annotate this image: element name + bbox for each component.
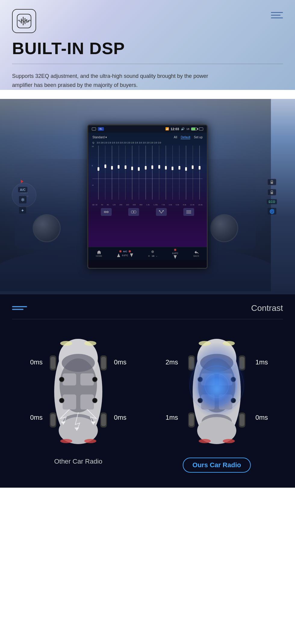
contrast-line-1 xyxy=(12,306,27,307)
our-car-item: 2ms 1ms 1ms 0ms xyxy=(151,331,283,473)
eq-option-default[interactable]: Default xyxy=(181,136,190,139)
hamburger-line-2 xyxy=(271,15,281,16)
our-car-svg xyxy=(175,331,259,452)
eq-mode-btn-4[interactable] xyxy=(183,208,194,216)
eq-thumb-11[interactable] xyxy=(165,166,167,170)
nav-back-label: BACK xyxy=(194,255,199,257)
eq-thumb-16[interactable] xyxy=(199,166,200,170)
eq-standard-label[interactable]: Standard ▾ xyxy=(92,136,107,139)
svg-point-21 xyxy=(133,211,134,213)
eq-q-row: Q: 2.02.6 2.02.0 2.02.0 2.02.0 2.02.0 2.… xyxy=(92,142,203,144)
eq-y-label-top: 10 xyxy=(92,146,95,147)
eq-thumb-5[interactable] xyxy=(125,165,126,169)
screen-battery-level: 18 xyxy=(186,127,189,130)
svg-rect-47 xyxy=(101,414,106,426)
screen-icon-bt: BL xyxy=(98,127,104,131)
eq-q-label: Q: xyxy=(92,142,95,144)
eq-mode-btn-2[interactable] xyxy=(128,208,139,216)
svg-point-14 xyxy=(211,215,238,242)
svg-rect-43 xyxy=(101,357,106,369)
svg-rect-36 xyxy=(63,394,76,409)
svg-point-53 xyxy=(92,377,97,382)
our-car-timing-bottom-right: 0ms xyxy=(255,414,268,422)
contrast-line-2 xyxy=(12,309,23,310)
dashboard-bg: START ENGINE A/C ❄ ✦ xyxy=(0,99,295,294)
nav-fan-section: ⊕ + 18 - xyxy=(148,250,157,258)
app-logo xyxy=(12,9,36,33)
cars-comparison: 0ms 0ms 0ms 0ms xyxy=(12,331,283,473)
svg-point-55 xyxy=(92,398,97,403)
eq-mode-btn-3[interactable] xyxy=(156,208,167,216)
contrast-title: Contrast xyxy=(251,303,283,313)
eq-option-setup[interactable]: Set up xyxy=(194,136,203,139)
svg-point-48 xyxy=(60,341,72,346)
snowflake-button[interactable]: ❄ xyxy=(19,196,26,203)
our-car-label: Ours Car Radio xyxy=(183,458,250,473)
spray-button[interactable]: 🌀 xyxy=(268,208,276,214)
nav-back[interactable]: BACK xyxy=(194,250,199,257)
eq-thumb-6[interactable] xyxy=(131,167,133,170)
screen-time: 12:03 xyxy=(171,127,179,131)
eq-thumb-10[interactable] xyxy=(158,165,160,169)
nav-ac-section: A/C 0.0°C xyxy=(117,250,133,257)
hamburger-line-3 xyxy=(271,17,283,18)
svg-rect-16 xyxy=(271,192,273,194)
our-car-view: 2ms 1ms 1ms 0ms xyxy=(175,331,259,452)
svg-marker-29 xyxy=(174,255,177,259)
fan-button[interactable]: ✦ xyxy=(19,207,26,213)
svg-point-51 xyxy=(84,439,96,443)
eq-option-all[interactable]: All xyxy=(174,136,177,139)
page-title: BUILT-IN DSP xyxy=(12,39,283,58)
eq-thumb-7[interactable] xyxy=(138,167,140,171)
our-car-timing-top-left: 2ms xyxy=(166,358,178,366)
header-section: BUILT-IN DSP Supports 32EQ adjustment, a… xyxy=(0,0,295,90)
screen-battery-icon xyxy=(191,127,197,130)
svg-rect-35 xyxy=(80,373,94,385)
eq-thumb-12[interactable] xyxy=(172,167,173,170)
eq-controls-row: Standard ▾ All Default Set up xyxy=(92,136,203,139)
svg-point-52 xyxy=(59,377,64,382)
eq-thumb-13[interactable] xyxy=(179,166,180,170)
nav-ac-label: A/C xyxy=(123,250,127,253)
screen-header: BL 📶 12:03 🔊 18 xyxy=(88,125,207,133)
hamburger-menu[interactable] xyxy=(271,12,283,18)
eq-mode-btn-1[interactable] xyxy=(101,208,112,216)
svg-point-22 xyxy=(159,210,160,211)
eq-thumb-8[interactable] xyxy=(145,166,147,170)
ac-button[interactable]: A/C xyxy=(18,187,27,192)
contrast-section: Contrast 0ms 0ms 0ms 0ms xyxy=(0,294,295,488)
eq-sliders-container: 10 0 -4 -10 xyxy=(92,146,203,206)
nav-temp-right-section: 0.0°C xyxy=(172,248,178,259)
eq-thumb-14[interactable] xyxy=(185,167,187,171)
eq-thumb-15[interactable] xyxy=(192,165,194,169)
other-car-label: Other Car Radio xyxy=(54,458,102,465)
eq-thumb-2[interactable] xyxy=(104,164,106,168)
lock-button-1[interactable] xyxy=(267,179,276,185)
eq-thumb-4[interactable] xyxy=(118,165,120,169)
contrast-divider xyxy=(12,319,283,319)
other-car-view: 0ms 0ms 0ms 0ms xyxy=(36,331,120,452)
eq-thumb-3[interactable] xyxy=(111,166,113,170)
svg-point-54 xyxy=(59,398,64,403)
svg-point-13 xyxy=(33,215,60,242)
eq-thumb-1[interactable] xyxy=(98,167,99,171)
title-divider xyxy=(12,64,283,64)
nav-home[interactable]: HOME xyxy=(96,250,102,257)
eq-y-label-bottom: -10 xyxy=(92,204,95,206)
lock-button-2[interactable] xyxy=(267,189,276,195)
other-car-timing-bottom-right: 0ms xyxy=(114,414,126,422)
other-car-svg xyxy=(36,331,120,452)
description-text: Supports 32EQ adjustment, and the ultra-… xyxy=(12,72,223,90)
eco-button[interactable]: ECO xyxy=(267,199,277,204)
our-car-timing-top-right: 1ms xyxy=(255,358,268,366)
center-screen: BL 📶 12:03 🔊 18 Standa xyxy=(87,124,208,269)
warning-indicator xyxy=(21,179,24,183)
our-car-timing-bottom-left: 1ms xyxy=(166,414,178,422)
svg-point-79 xyxy=(199,439,211,443)
screen-antenna-icon: 📶 xyxy=(165,127,169,130)
eq-fc-labels: 30 50 80 125 200 320 900 800 1.0k 1.25k … xyxy=(95,204,203,206)
other-car-timing-top-left: 0ms xyxy=(30,358,43,366)
eq-thumb-9[interactable] xyxy=(151,165,153,169)
svg-rect-41 xyxy=(51,357,55,369)
other-car-timing-bottom-left: 0ms xyxy=(30,414,43,422)
